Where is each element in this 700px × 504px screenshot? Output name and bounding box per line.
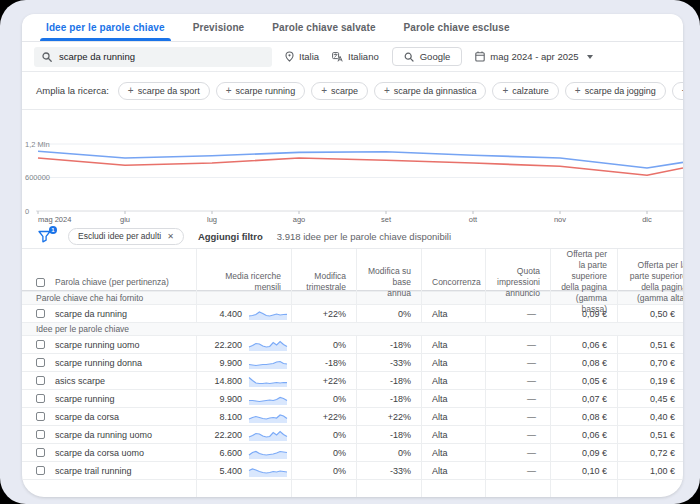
table-body: Parole chiave che hai fornito scarpe da … xyxy=(22,291,683,497)
tab-label: Previsione xyxy=(193,22,245,33)
table-header-row: Parola chiave (per pertinenza) Media ric… xyxy=(22,248,683,291)
avg-monthly-searches-cell: 8.100 xyxy=(196,408,291,425)
broaden-search-chip[interactable]: + calzature xyxy=(492,82,558,100)
broaden-search-chip[interactable]: + scarpe xyxy=(311,82,368,100)
table-row[interactable]: scarpe da running 4.400 +22% 0% Alta — 0… xyxy=(22,304,683,322)
yoy-change-cell: -18% xyxy=(356,390,421,407)
search-input[interactable]: scarpe da running xyxy=(34,47,272,67)
row-checkbox[interactable] xyxy=(36,376,45,385)
quarterly-change-cell: -18% xyxy=(291,354,356,371)
location-pin-icon xyxy=(285,51,294,62)
language-label: Italiano xyxy=(348,51,379,62)
sparkline-chart xyxy=(248,464,288,477)
broaden-search-chip[interactable]: + scarpe da sport xyxy=(118,82,210,100)
table-row[interactable]: asics scarpe 14.800 +22% -18% Alta — 0,0… xyxy=(22,371,683,389)
add-filter-button[interactable]: Aggiungi filtro xyxy=(198,231,263,242)
y-axis-label: 600000 xyxy=(25,173,50,182)
row-checkbox[interactable] xyxy=(36,466,45,475)
ad-impression-share-cell: — xyxy=(485,390,550,407)
top-bid-high-cell: 0,50 € xyxy=(617,305,683,322)
table-row[interactable]: scarpe trail running 5.400 0% -33% Alta … xyxy=(22,461,683,479)
row-checkbox[interactable] xyxy=(36,394,45,403)
search-icon xyxy=(42,52,52,62)
ad-impression-share-cell: — xyxy=(485,372,550,389)
row-checkbox[interactable] xyxy=(36,448,45,457)
plus-icon: + xyxy=(502,86,508,96)
x-axis-label: mag 2024 xyxy=(38,215,71,224)
yoy-change-cell: 0% xyxy=(356,305,421,322)
competition-cell: Alta xyxy=(421,390,485,407)
keyword-cell: scarpe running donna xyxy=(22,354,196,371)
yoy-change-cell: -18% xyxy=(356,372,421,389)
top-bid-low-cell: 0,09 € xyxy=(550,444,617,461)
date-range-label: mag 2024 - apr 2025 xyxy=(490,51,578,62)
broaden-search-label: Amplia la ricerca: xyxy=(36,85,109,96)
table-row[interactable]: scarpe running donna 9.900 -18% -33% Alt… xyxy=(22,353,683,371)
competition-cell: Alta xyxy=(421,372,485,389)
row-checkbox[interactable] xyxy=(36,340,45,349)
tab-label: Parole chiave salvate xyxy=(272,22,375,33)
keyword-text: scarpe da running xyxy=(55,309,127,319)
keyword-cell: asics scarpe xyxy=(22,372,196,389)
competition-cell: Alta xyxy=(421,408,485,425)
table-row[interactable]: scarpe da corsa 8.100 +22% +22% Alta — 0… xyxy=(22,407,683,425)
broaden-search-chip[interactable]: + scarpe da jogging xyxy=(565,82,666,100)
keyword-cell: scarpe da corsa uomo xyxy=(22,444,196,461)
x-axis-label: giu xyxy=(120,215,130,224)
network-label: Google xyxy=(420,51,451,62)
x-axis-label: lug xyxy=(207,215,217,224)
quarterly-change-cell: 0% xyxy=(291,426,356,443)
broaden-search-row: Amplia la ricerca: + scarpe da sport + s… xyxy=(22,72,683,110)
language-selector[interactable]: Italiano xyxy=(332,51,379,62)
tab[interactable]: Parole chiave escluse xyxy=(390,14,524,41)
row-checkbox[interactable] xyxy=(36,430,45,439)
row-checkbox[interactable] xyxy=(36,309,45,318)
date-range-selector[interactable]: mag 2024 - apr 2025 xyxy=(475,51,592,62)
broaden-search-chip[interactable]: + scarpe da trekking xyxy=(672,82,683,100)
sparkline-chart xyxy=(248,356,288,369)
close-icon[interactable]: ✕ xyxy=(167,232,174,241)
keyword-text: scarpe running xyxy=(55,394,115,404)
table-row[interactable]: scarpe da corsa uomo 6.600 0% 0% Alta — … xyxy=(22,443,683,461)
x-axis-label: ott xyxy=(469,215,478,224)
broaden-search-chip[interactable]: + scarpe da ginnastica xyxy=(374,82,486,100)
sparkline-chart xyxy=(248,374,288,387)
top-bid-low-cell: 0,06 € xyxy=(550,336,617,353)
y-axis-label: 1,2 Mln xyxy=(25,140,50,149)
filter-count-badge: 1 xyxy=(49,226,57,234)
calendar-icon xyxy=(475,51,485,62)
tab[interactable]: Idee per le parole chiave xyxy=(32,14,179,41)
table-row[interactable]: scarpe da running uomo 22.200 0% -18% Al… xyxy=(22,425,683,443)
top-bid-low-cell: 0,08 € xyxy=(550,408,617,425)
tab[interactable]: Parole chiave salvate xyxy=(258,14,389,41)
quarterly-change-cell: +22% xyxy=(291,408,356,425)
keyword-cell: scarpe trail running xyxy=(22,462,196,479)
chip-label: scarpe running xyxy=(236,86,296,96)
top-bid-high-cell: 0,45 € xyxy=(617,390,683,407)
location-selector[interactable]: Italia xyxy=(285,51,319,62)
table-row[interactable]: scarpe running 9.900 0% -18% Alta — 0,07… xyxy=(22,389,683,407)
quarterly-change-cell: 0% xyxy=(291,390,356,407)
ad-impression-share-cell: — xyxy=(485,444,550,461)
table-row[interactable]: scarpe running uomo 22.200 0% -18% Alta … xyxy=(22,335,683,353)
row-checkbox[interactable] xyxy=(36,412,45,421)
keyword-text: scarpe trail running xyxy=(55,466,132,476)
top-bid-high-cell: 0,72 € xyxy=(617,444,683,461)
broaden-search-chip[interactable]: + scarpe running xyxy=(216,82,305,100)
plus-icon: + xyxy=(575,86,581,96)
avg-monthly-searches-cell: 9.900 xyxy=(196,390,291,407)
row-checkbox[interactable] xyxy=(36,358,45,367)
ad-impression-share-cell: — xyxy=(485,305,550,322)
sparkline-chart xyxy=(248,446,288,459)
filter-toolbar: 1 Escludi idee per adulti ✕ Aggiungi fil… xyxy=(22,224,683,248)
tab[interactable]: Previsione xyxy=(179,14,259,41)
keyword-cell: scarpe running xyxy=(22,390,196,407)
quarterly-change-cell: 0% xyxy=(291,444,356,461)
filter-chip-adult-ideas[interactable]: Escludi idee per adulti ✕ xyxy=(68,228,184,245)
network-selector-button[interactable]: Google xyxy=(392,47,463,66)
keyword-text: scarpe running uomo xyxy=(55,340,140,350)
top-bid-low-cell: 0,06 € xyxy=(550,426,617,443)
filter-funnel-icon[interactable]: 1 xyxy=(38,229,54,244)
select-all-checkbox[interactable] xyxy=(36,278,45,287)
plus-icon: + xyxy=(128,86,134,96)
